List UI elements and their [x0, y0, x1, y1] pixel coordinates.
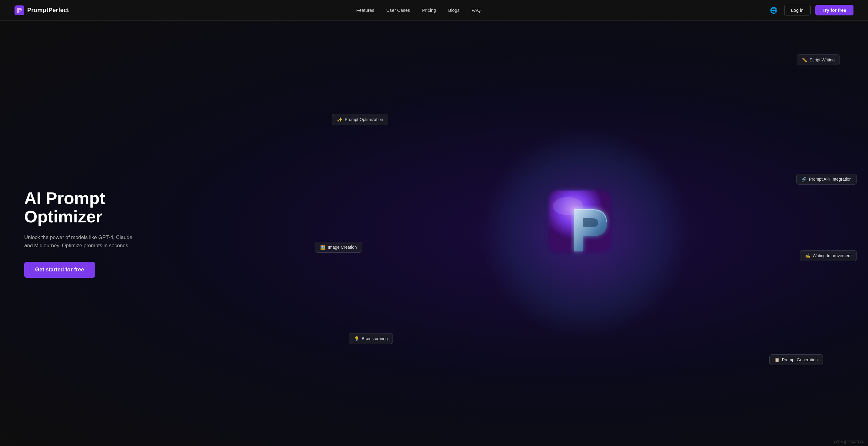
nav-links: Features User Cases Pricing Blogs FAQ [356, 7, 480, 13]
tag-prompt-gen[interactable]: 📋Prompt Generation [769, 354, 823, 365]
brainstorming-icon: 💡 [354, 336, 359, 341]
hero-cta-button[interactable]: Get started for free [24, 262, 95, 278]
nav-actions: 🌐 Log in Try for free [768, 5, 854, 16]
tag-image-creation[interactable]: 🖼️Image Creation [315, 242, 362, 253]
prompt-api-icon: 🔗 [801, 177, 807, 182]
nav-features[interactable]: Features [356, 7, 374, 13]
watermark: CSDN @RPOMPT.CN [834, 440, 864, 444]
login-button[interactable]: Log in [784, 5, 810, 15]
nav-blogs[interactable]: Blogs [448, 7, 460, 13]
hero-section: AI Prompt Optimizer Unlock the power of … [0, 21, 868, 446]
writing-imp-icon: ✍️ [805, 253, 810, 258]
navbar: PromptPerfect Features User Cases Pricin… [0, 0, 868, 21]
logo-icon [14, 5, 24, 15]
logo[interactable]: PromptPerfect [14, 5, 69, 15]
nav-pricing[interactable]: Pricing [422, 7, 436, 13]
hero-visual: ✏️Script Writing✨Prompt Optimization🔗Pro… [304, 21, 868, 446]
tag-brainstorming[interactable]: 💡Brainstorming [349, 333, 393, 344]
hero-subtitle: Unlock the power of models like GPT-4, C… [24, 233, 133, 250]
hero-title: AI Prompt Optimizer [24, 189, 133, 226]
language-button[interactable]: 🌐 [768, 5, 779, 16]
script-writing-icon: ✏️ [802, 58, 807, 62]
prompt-opt-icon: ✨ [337, 117, 342, 122]
tag-script-writing[interactable]: ✏️Script Writing [797, 55, 840, 65]
nav-user-cases[interactable]: User Cases [386, 7, 410, 13]
tag-writing-imp[interactable]: ✍️Writing Improvement [800, 250, 857, 261]
nav-faq[interactable]: FAQ [471, 7, 480, 13]
try-free-button[interactable]: Try for free [815, 5, 854, 15]
tag-prompt-opt[interactable]: ✨Prompt Optimization [332, 114, 388, 125]
tag-prompt-api[interactable]: 🔗Prompt API Integration [796, 174, 857, 185]
logo-text: PromptPerfect [27, 7, 69, 13]
floating-tags: ✏️Script Writing✨Prompt Optimization🔗Pro… [304, 21, 868, 446]
prompt-gen-icon: 📋 [774, 357, 780, 362]
image-creation-icon: 🖼️ [320, 245, 326, 250]
hero-content: AI Prompt Optimizer Unlock the power of … [0, 165, 157, 302]
